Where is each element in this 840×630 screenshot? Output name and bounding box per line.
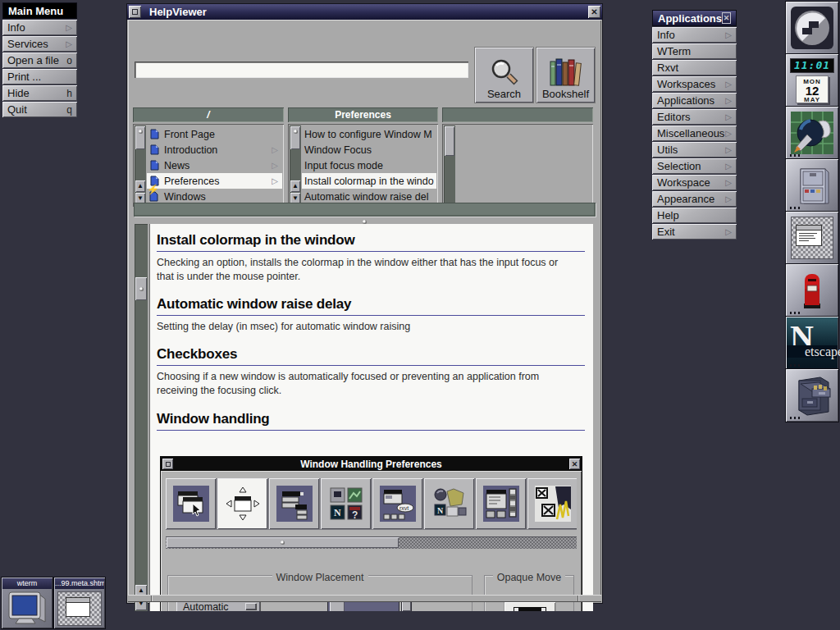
dock-tile-clock-calendar[interactable]: 11:01 MON 12 MAY <box>786 54 838 107</box>
col2-scrollbar[interactable]: ▲ ▼ <box>290 126 301 205</box>
menu-item-label: Open a file <box>7 54 59 66</box>
content-scrollbar[interactable]: ▲ ▼ <box>135 224 148 611</box>
running-indicator <box>790 207 801 209</box>
apps-item-help[interactable]: Help <box>652 208 737 223</box>
submenu-arrow-icon: ▷ <box>725 30 732 39</box>
scroll-up-button[interactable]: ▲ <box>135 180 145 192</box>
dock-tile-file-cabinet[interactable] <box>786 159 838 212</box>
svg-text:rxvt: rxvt <box>399 505 409 511</box>
apps-item-editors[interactable]: Editors▷ <box>652 109 737 125</box>
main-menu-item-print[interactable]: Print ... <box>2 69 77 84</box>
col1-scroll-arrows: ▲ ▼ <box>135 180 145 204</box>
browser-row-how-to-configure[interactable]: How to configure Window M <box>302 126 436 142</box>
apps-item-info[interactable]: Info▷ <box>652 27 737 43</box>
open-drawer-cabinet-icon <box>789 372 835 418</box>
postbox-icon <box>789 267 835 313</box>
bookshelf-button[interactable]: Bookshelf <box>536 48 595 103</box>
applications-menu-title[interactable]: Applications ✕ <box>652 10 737 26</box>
menu-item-label: Info <box>7 21 25 34</box>
dock-tile-file-manager[interactable] <box>786 369 838 422</box>
miniaturize-button[interactable] <box>129 6 141 18</box>
main-menu-item-open-a-file[interactable]: Open a file o <box>2 52 77 68</box>
path-bar <box>134 203 596 217</box>
submenu-arrow-icon: ▷ <box>66 23 72 32</box>
menu-item-label: Quit <box>7 103 27 116</box>
browser-col2-header: Preferences <box>288 107 438 122</box>
row-label: Preferences <box>164 176 219 187</box>
row-arrow-icon: ▷ <box>272 145 278 154</box>
lightning-document-icon: ⚡ <box>149 191 160 202</box>
apps-item-selection[interactable]: Selection▷ <box>652 158 737 174</box>
dock-tile-editor-doc[interactable] <box>786 212 838 264</box>
main-menu-item-quit[interactable]: Quit q <box>2 102 77 117</box>
apps-item-utils[interactable]: Utils▷ <box>652 142 737 158</box>
col1-scrollbar[interactable]: ▲ ▼ <box>135 126 146 205</box>
submenu-arrow-icon: ▷ <box>725 80 732 89</box>
dock-tile-theme-designer[interactable] <box>786 107 838 159</box>
apps-item-rxvt[interactable]: Rxvt <box>652 60 737 75</box>
embedded-hscrollbar <box>166 536 577 549</box>
content-scroll-knob[interactable] <box>135 277 147 300</box>
window-select-icon <box>172 485 210 523</box>
submenu-arrow-icon: ▷ <box>725 112 732 121</box>
col3-scroll-knob[interactable] <box>445 126 454 156</box>
dock-tile-mail-postbox[interactable] <box>786 264 838 317</box>
browser-row-input-focus-mode[interactable]: Input focus mode <box>302 158 436 173</box>
shortcut-key: q <box>66 104 72 116</box>
col2-scroll-knob[interactable] <box>290 126 300 149</box>
row-label: News <box>164 160 189 171</box>
browser-row-front-page[interactable]: Front Page <box>147 126 282 142</box>
browser-row-news[interactable]: News ▷ <box>147 158 282 173</box>
apps-item-workspaces[interactable]: Workspaces▷ <box>652 76 737 92</box>
main-menu-item-info[interactable]: Info ▷ <box>2 20 77 35</box>
main-menu-title[interactable]: Main Menu <box>2 2 77 19</box>
apps-item-miscellaneous[interactable]: Miscellaneous▷ <box>652 126 737 141</box>
helpviewer-titlebar[interactable]: HelpViewer ✕ <box>127 4 602 20</box>
main-menu-item-hide[interactable]: Hide h <box>2 85 77 101</box>
window-move-icon <box>224 485 262 523</box>
close-button[interactable]: ✕ <box>588 6 600 18</box>
shortcut-key: o <box>66 55 72 66</box>
section-checkboxes: Checkboxes Choosing if a new window is a… <box>157 346 585 397</box>
apps-item-wterm[interactable]: WTerm <box>652 43 737 59</box>
running-indicator <box>790 312 801 314</box>
submenu-arrow-icon: ▷ <box>725 129 732 138</box>
menu-close-icon[interactable]: ✕ <box>722 12 731 24</box>
search-input[interactable] <box>135 62 468 78</box>
embedded-body: N ? rxvt <box>161 471 582 611</box>
col3-scrollbar[interactable] <box>444 126 455 205</box>
row-label: How to configure Window M <box>304 129 432 140</box>
apps-item-applications[interactable]: Applications▷ <box>652 93 737 108</box>
document-icon <box>149 144 160 155</box>
dock-tile-wmaker[interactable] <box>786 2 838 54</box>
col1-scroll-knob[interactable] <box>135 126 145 149</box>
help-content-page: Install colormap in the window Checking … <box>149 224 593 611</box>
browser-row-preferences[interactable]: Preferences ▷ <box>147 173 282 189</box>
miniwindow-label: wterm <box>2 578 52 589</box>
wh-icon-appicon-cluster: N <box>424 478 474 529</box>
dock-tile-netscape[interactable]: N etscape <box>786 317 838 369</box>
browser-col3-list <box>442 124 593 207</box>
scroll-up-button[interactable]: ▲ <box>290 180 300 192</box>
browser-row-install-colormap[interactable]: Install colormap in the windo <box>302 173 436 189</box>
browser-row-introduction[interactable]: Introduction ▷ <box>147 142 282 158</box>
paintbrush-sphere-icon <box>789 110 835 156</box>
apps-item-exit[interactable]: Exit▷ <box>652 224 737 240</box>
file-cabinet-icon <box>789 162 835 208</box>
resize-bar[interactable] <box>128 595 601 602</box>
main-menu-item-services[interactable]: Services ▷ <box>2 36 77 52</box>
miniwindow-meta-shtml[interactable]: ...99.meta.shtml <box>54 578 105 628</box>
section-raise-delay: Automatic window raise delay Setting the… <box>157 296 585 334</box>
row-label: Front Page <box>164 129 215 140</box>
browser-col1-header: / <box>133 107 284 122</box>
browser-col1-list: ▲ ▼ Front Page Introduction ▷ News ▷ Pre… <box>133 124 284 207</box>
apps-item-appearance[interactable]: Appearance▷ <box>652 191 737 207</box>
search-button[interactable]: Search <box>475 48 533 103</box>
browser-row-window-focus[interactable]: Window Focus <box>302 142 436 158</box>
apps-item-workspace[interactable]: Workspace▷ <box>652 175 737 190</box>
submenu-arrow-icon: ▷ <box>66 39 72 48</box>
miniwindow-wterm[interactable]: wterm <box>2 578 52 628</box>
section-body: Choosing if a new window is automaticall… <box>157 370 577 397</box>
window-maker-logo-icon <box>789 5 835 51</box>
wh-icon-window-list <box>269 478 319 529</box>
